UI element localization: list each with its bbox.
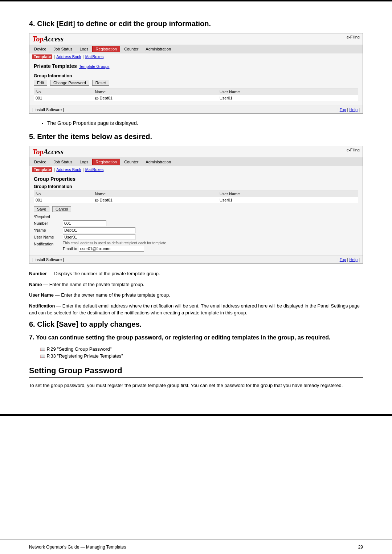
footer-help-link-1[interactable]: Help xyxy=(349,107,358,112)
form-row-notification: Notification This email address is used … xyxy=(34,241,358,252)
notification-fields: This email address is used as default re… xyxy=(63,241,167,252)
group-info-table-1: No Name User Name 001 🗁 Dept01 xyxy=(34,89,358,101)
ta-footer-2: | Install Software | | Top | Help | xyxy=(29,256,363,263)
bullet-group-properties: The Group Properties page is displayed. xyxy=(47,120,363,126)
desc-number: Number — Displays the number of the priv… xyxy=(29,270,363,277)
change-password-button[interactable]: Change Password xyxy=(50,80,89,86)
nav-device-1[interactable]: Device xyxy=(31,46,50,52)
reset-button[interactable]: Reset xyxy=(92,80,109,86)
ta-header-1: TopAccess e-Filing xyxy=(29,33,363,45)
table-row: 001 🗁 Dept01 User01 xyxy=(34,95,358,101)
group-info-table-2: No Name User Name 001 🗁 Dept01 xyxy=(34,191,358,203)
notification-note: This email address is used as default re… xyxy=(63,241,167,245)
subnav-mailboxes-1[interactable]: MailBoxes xyxy=(85,54,104,59)
cell-username-2: User01 xyxy=(218,197,358,203)
nav-counter-1[interactable]: Counter xyxy=(121,46,142,52)
label-name: *Name xyxy=(34,227,63,232)
label-username: User Name xyxy=(34,234,63,239)
step7-links: 📖 P.29 "Setting Group Password" 📖 P.33 "… xyxy=(40,346,363,359)
save-cancel-row: Save Cancel xyxy=(34,206,358,212)
cell-name-2: 🗁 Dept01 xyxy=(93,197,218,203)
book-icon-p33: 📖 xyxy=(40,354,45,359)
ta-subnav-1: Template | Address Book | MailBoxes xyxy=(29,53,363,60)
footer-install-1[interactable]: | Install Software | xyxy=(32,107,64,112)
footer-links-1: | Top | Help | xyxy=(338,107,360,112)
save-button[interactable]: Save xyxy=(34,206,49,212)
ta-section-title-2: Group Information xyxy=(34,184,358,189)
step7-num: 7. xyxy=(29,334,34,341)
ta-efiling-2: e-Filing xyxy=(347,148,360,152)
subnav-mailboxes-2[interactable]: MailBoxes xyxy=(85,167,104,172)
col-username-2: User Name xyxy=(218,191,358,197)
form-row-number: Number xyxy=(34,220,358,226)
footer-links-2: | Top | Help | xyxy=(338,257,360,262)
section-body: To set the group password, you must regi… xyxy=(29,382,363,389)
ta-header-2: TopAccess e-Filing xyxy=(29,146,363,158)
nav-administration-1[interactable]: Administration xyxy=(142,46,174,52)
footer-help-link-2[interactable]: Help xyxy=(349,257,358,262)
footer-install-2[interactable]: | Install Software | xyxy=(32,257,64,262)
page-footer: Network Operator's Guide — Managing Temp… xyxy=(0,539,392,554)
nav-registration-1[interactable]: Registration xyxy=(92,46,120,52)
step4-heading: 4. Click [Edit] to define or edit the gr… xyxy=(29,20,363,28)
nav-counter-2[interactable]: Counter xyxy=(121,159,142,165)
nav-logs-1[interactable]: Logs xyxy=(77,46,92,52)
ta-page-subtitle-1[interactable]: Template Groups xyxy=(79,64,110,69)
subnav-addressbook-1[interactable]: Address Book xyxy=(56,54,81,59)
cell-no-2: 001 xyxy=(34,197,93,203)
nav-jobstatus-2[interactable]: Job Status xyxy=(50,159,76,165)
input-name[interactable] xyxy=(63,227,135,233)
ta-efiling-1: e-Filing xyxy=(347,35,360,39)
topacess-logo-1: TopAccess xyxy=(32,35,64,43)
ta-content-2: Group Properties Group Information No Na… xyxy=(29,173,363,256)
input-email[interactable] xyxy=(79,246,144,252)
ta-page-title-2: Group Properties xyxy=(34,176,358,182)
ta-footer-1: | Install Software | | Top | Help | xyxy=(29,106,363,113)
form-row-username: User Name xyxy=(34,234,358,240)
ta-section-title-1: Group Information xyxy=(34,73,358,78)
subnav-template-1[interactable]: Template xyxy=(32,54,52,59)
link-p29[interactable]: 📖 P.29 "Setting Group Password" xyxy=(40,346,363,352)
label-number: Number xyxy=(34,220,63,225)
folder-icon: 🗁 xyxy=(95,96,99,100)
email-to-label: Email to xyxy=(63,247,77,251)
nav-device-2[interactable]: Device xyxy=(31,159,50,165)
edit-button[interactable]: Edit xyxy=(34,80,47,86)
col-no-2: No xyxy=(34,191,93,197)
nav-administration-2[interactable]: Administration xyxy=(142,159,174,165)
ta-content-1: Private Templates Template Groups Group … xyxy=(29,60,363,106)
topacess-logo-2: TopAccess xyxy=(32,148,64,156)
bottom-border xyxy=(0,414,392,416)
col-username-1: User Name xyxy=(218,89,358,95)
link-p33[interactable]: 📖 P.33 "Registering Private Templates" xyxy=(40,353,363,359)
ta-subnav-2: Template | Address Book | MailBoxes xyxy=(29,166,363,173)
subnav-template-2[interactable]: Template xyxy=(32,167,52,172)
ta-nav-2: Device Job Status Logs Registration Coun… xyxy=(29,158,363,166)
footer-top-link-1[interactable]: Top xyxy=(340,107,346,112)
section-heading: Setting Group Password xyxy=(29,366,363,378)
input-username[interactable] xyxy=(63,234,135,240)
topacess-box-2: TopAccess e-Filing Device Job Status Log… xyxy=(29,146,363,264)
cell-username: User01 xyxy=(218,95,358,101)
nav-logs-2[interactable]: Logs xyxy=(77,159,92,165)
subnav-addressbook-2[interactable]: Address Book xyxy=(56,167,81,172)
desc-notification: Notification — Enter the default email a… xyxy=(29,302,363,317)
desc-name: Name — Enter the name of the private tem… xyxy=(29,281,363,288)
nav-registration-2[interactable]: Registration xyxy=(92,159,120,165)
ta-page-title-1: Private Templates xyxy=(34,63,77,69)
ta-btn-row-1: Edit Change Password Reset xyxy=(34,80,358,86)
step6-heading: 6. Click [Save] to apply changes. xyxy=(29,320,363,329)
cell-name: 🗁 Dept01 xyxy=(93,95,218,101)
footer-page-number: 29 xyxy=(358,545,363,550)
col-name-2: Name xyxy=(93,191,218,197)
input-number[interactable] xyxy=(63,220,106,226)
form-row-name: *Name xyxy=(34,227,358,233)
label-notification: Notification xyxy=(34,241,63,246)
footer-top-link-2[interactable]: Top xyxy=(340,257,346,262)
required-note: *Required xyxy=(34,215,358,219)
table-row: 001 🗁 Dept01 User01 xyxy=(34,197,358,203)
nav-jobstatus-1[interactable]: Job Status xyxy=(50,46,76,52)
book-icon-p29: 📖 xyxy=(40,347,45,352)
desc-username: User Name — Enter the owner name of the … xyxy=(29,292,363,299)
cancel-button[interactable]: Cancel xyxy=(52,206,71,212)
